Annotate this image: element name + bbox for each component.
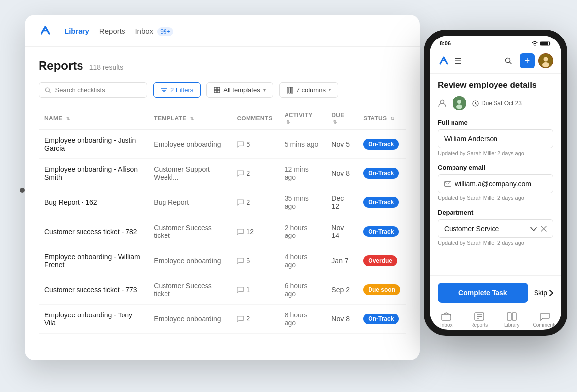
row-comments: 2	[231, 188, 278, 217]
svg-point-17	[544, 57, 548, 62]
comment-icon	[237, 141, 244, 148]
field-company-email: Company email william.a@company.com Upda…	[438, 164, 553, 201]
skip-button[interactable]: Skip	[534, 289, 553, 297]
row-comments: 1	[231, 275, 278, 305]
bottom-nav-reports[interactable]: Reports	[463, 312, 496, 328]
chevron-down-icon[interactable]	[530, 227, 537, 231]
row-activity: 8 hours ago	[279, 305, 326, 334]
row-activity: 12 mins ago	[279, 159, 326, 188]
svg-point-18	[542, 62, 549, 67]
bottom-nav-comments[interactable]: Comments	[529, 312, 562, 328]
full-name-label: Full name	[438, 119, 553, 126]
library-nav-icon	[507, 312, 517, 321]
hamburger-icon[interactable]: ☰	[454, 56, 461, 66]
svg-rect-11	[291, 87, 293, 93]
add-button[interactable]: +	[520, 53, 535, 68]
row-due: Nov 8	[326, 159, 357, 188]
assignee-avatar	[453, 96, 466, 110]
columns-button[interactable]: 7 columns ▾	[279, 82, 338, 98]
dot-indicator	[20, 188, 25, 193]
phone-nav-left: ☰	[438, 55, 461, 67]
dept-value-box[interactable]: Customer Service	[438, 219, 553, 238]
search-input[interactable]	[55, 86, 141, 94]
dept-actions	[530, 226, 547, 232]
col-header-comments[interactable]: COMMENTS	[231, 108, 278, 130]
email-icon	[444, 181, 451, 187]
row-name: Bug Report - 162	[39, 188, 148, 217]
svg-rect-10	[289, 87, 290, 93]
row-due: Nov 14	[326, 217, 357, 246]
table-row[interactable]: Employee onboarding - William Frenet Emp…	[39, 246, 406, 275]
table-row[interactable]: Employee onboarding - Justin Garcia Empl…	[39, 130, 406, 159]
nav-reports[interactable]: Reports	[99, 27, 125, 35]
status-bar: 8:06	[430, 36, 561, 49]
search-box[interactable]	[39, 82, 147, 98]
row-template: Customer Success ticket	[148, 217, 231, 246]
nav-library[interactable]: Library	[64, 27, 89, 35]
col-header-template[interactable]: TEMPLATE ⇅	[148, 108, 231, 130]
row-comments: 12	[231, 217, 278, 246]
field-full-name: Full name William Anderson Updated by Sa…	[438, 119, 553, 156]
svg-rect-29	[442, 315, 451, 320]
filter-button[interactable]: 2 Filters	[153, 82, 201, 98]
phone-screen: 8:06	[430, 36, 561, 330]
col-header-status[interactable]: STATUS ⇅	[357, 108, 406, 130]
avatar-image	[539, 54, 553, 68]
svg-rect-8	[217, 90, 220, 93]
table-row[interactable]: Bug Report - 162 Bug Report 2 35 mins ag…	[39, 188, 406, 217]
full-name-value[interactable]: William Anderson	[438, 129, 553, 148]
user-avatar[interactable]	[538, 53, 553, 68]
col-header-name[interactable]: NAME ⇅	[39, 108, 148, 130]
row-name: Employee onboarding - Tony Vila	[39, 305, 148, 334]
row-template: Bug Report	[148, 188, 231, 217]
row-template: Customer Success ticket	[148, 275, 231, 305]
svg-rect-5	[214, 87, 217, 90]
inbox-badge: 99+	[157, 27, 173, 36]
bottom-nav-library[interactable]: Library	[495, 312, 529, 328]
email-value-box[interactable]: william.a@company.com	[438, 174, 553, 193]
row-status: On-Track	[357, 217, 406, 246]
row-template: Employee onboarding	[148, 305, 231, 334]
svg-point-22	[456, 105, 462, 109]
assignee-avatar-image	[453, 96, 466, 110]
comment-icon	[237, 229, 244, 235]
row-status: On-Track	[357, 305, 406, 334]
inbox-nav-icon	[441, 312, 451, 321]
row-name: Customer success ticket - 782	[39, 217, 148, 246]
nav-inbox[interactable]: Inbox 99+	[135, 27, 173, 35]
phone-search-button[interactable]	[501, 53, 516, 68]
row-name: Employee onboarding - Justin Garcia	[39, 130, 148, 159]
row-activity: 4 hours ago	[279, 246, 326, 275]
dept-updated: Updated by Sarah Miller 2 days ago	[438, 240, 553, 246]
templates-button[interactable]: All templates ▾	[206, 82, 273, 98]
clear-icon[interactable]	[541, 226, 547, 232]
row-activity: 5 mins ago	[279, 130, 326, 159]
table-row[interactable]: Employee onboarding - Allison Smith Cust…	[39, 159, 406, 188]
row-activity: 6 hours ago	[279, 275, 326, 305]
svg-rect-6	[217, 87, 220, 90]
row-template: Employee onboarding	[148, 130, 231, 159]
svg-rect-9	[287, 87, 288, 93]
email-updated: Updated by Sarah Miller 2 days ago	[438, 195, 553, 201]
row-status: Overdue	[357, 246, 406, 275]
row-template: Customer Support Weekl...	[148, 159, 231, 188]
col-header-activity[interactable]: ACTIVITY ⇅	[279, 108, 326, 130]
comment-icon	[237, 258, 244, 264]
dept-value: Customer Service	[444, 225, 499, 233]
complete-task-button[interactable]: Complete Task	[438, 283, 528, 303]
app-logo-icon	[39, 24, 52, 38]
comment-icon	[237, 316, 244, 322]
bottom-nav-inbox[interactable]: Inbox	[430, 312, 463, 328]
comment-icon	[237, 199, 244, 206]
table-row[interactable]: Customer success ticket - 773 Customer S…	[39, 275, 406, 305]
comment-icon	[237, 170, 244, 177]
bottom-navigation: Inbox Reports Library	[430, 308, 561, 330]
row-activity: 2 hours ago	[279, 217, 326, 246]
table-row[interactable]: Customer success ticket - 782 Customer S…	[39, 217, 406, 246]
email-text: william.a@company.com	[455, 180, 531, 188]
table-row[interactable]: Employee onboarding - Tony Vila Employee…	[39, 305, 406, 334]
battery-icon	[540, 41, 551, 46]
comments-nav-icon	[540, 312, 550, 321]
col-header-due[interactable]: DUE ⇅	[326, 108, 357, 130]
results-count: 118 results	[89, 63, 123, 71]
